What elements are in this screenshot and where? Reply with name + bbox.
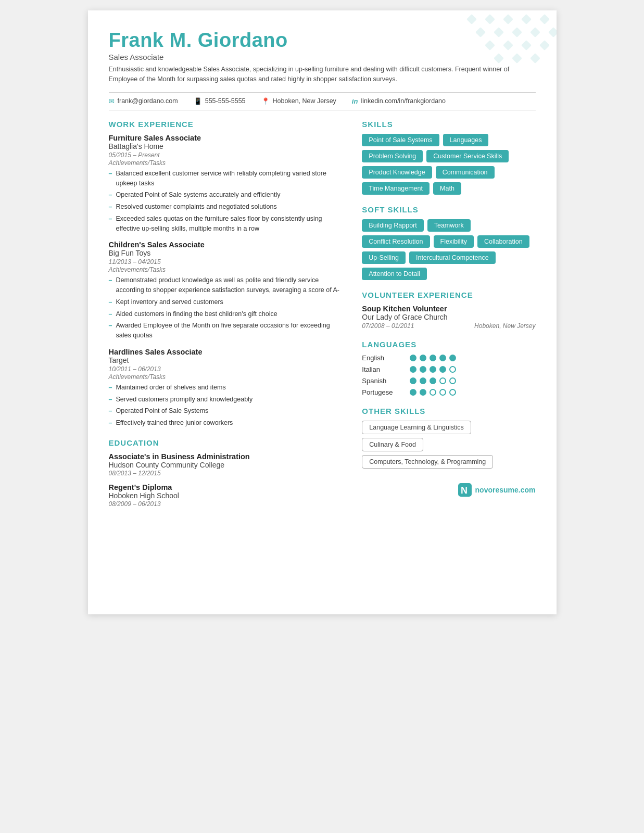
language-dots [410,389,456,396]
language-row-italian: Italian [362,365,535,373]
svg-rect-2 [503,14,513,24]
job-2-ach-label: Achievements/Tasks [109,266,344,273]
candidate-summary: Enthusiastic and knowledgeable Sales Ass… [109,65,536,85]
branding-text: novoresume.com [475,486,536,494]
other-skills-title: OTHER SKILLS [362,407,535,415]
language-dots [410,355,456,361]
job-2-dates: 11/2013 – 04/2015 [109,258,344,266]
svg-text:N: N [461,485,468,496]
dot-empty [449,389,456,396]
skills-title: SKILLS [362,120,535,129]
resume-container: Frank M. Giordano Sales Associate Enthus… [88,10,557,614]
bullet-item: Demonstrated product knowledge as well a… [109,275,344,295]
job-3: Hardlines Sales Associate Target 10/2011… [109,348,344,428]
language-name: English [362,354,403,362]
novoresume-n-icon: N [458,483,472,497]
job-1-title: Furniture Sales Associate [109,134,344,142]
language-dots [410,366,456,373]
header: Frank M. Giordano Sales Associate Enthus… [109,29,536,85]
right-column: SKILLS Point of Sale Systems Languages P… [362,120,535,514]
email-icon: ✉ [109,97,115,105]
phone-icon: 📱 [194,97,202,105]
candidate-name: Frank M. Giordano [109,29,536,52]
dot-empty [439,377,446,384]
svg-rect-13 [539,40,550,51]
dot-empty [439,389,446,396]
soft-skills-title: SOFT SKILLS [362,205,535,214]
contact-phone: 📱 555-555-5555 [194,97,246,105]
volunteer-dates: 07/2008 – 01/2011 [362,322,414,330]
dot-filled [420,389,426,396]
contact-linkedin: in linkedin.com/in/frankgiordano [352,97,446,105]
skill-tag: Communication [436,166,495,179]
dot-filled [420,377,426,384]
other-skill-tag: Language Learning & Linguistics [362,421,471,434]
job-1: Furniture Sales Associate Battaglia's Ho… [109,134,344,234]
volunteer-org: Our Lady of Grace Church [362,313,535,321]
language-dots [410,377,456,384]
skill-tag: Math [433,182,461,195]
location-icon: 📍 [261,97,270,105]
svg-rect-0 [466,14,477,24]
dot-filled [410,389,416,396]
edu-2-school: Hoboken High School [109,491,344,500]
edu-1: Associate's in Business Administration H… [109,452,344,477]
bullet-item: Operated Point of Sale Systems [109,406,344,416]
bullet-item: Served customers promptly and knowledgea… [109,395,344,405]
bullet-item: Resolved customer complaints and negotia… [109,202,344,212]
edu-2: Regent's Diploma Hoboken High School 08/… [109,483,344,508]
dot-filled [410,377,416,384]
dot-filled [439,355,446,361]
edu-2-degree: Regent's Diploma [109,483,344,491]
skill-tag: Languages [443,134,489,146]
contact-email: ✉ frank@giordano.com [109,97,178,105]
job-1-ach-label: Achievements/Tasks [109,159,344,167]
bullet-item: Effectively trained three junior coworke… [109,418,344,428]
bullet-item: Balanced excellent customer service with… [109,169,344,188]
linkedin-value: linkedin.com/in/frankgiordano [361,97,446,105]
linkedin-icon: in [352,97,358,105]
volunteer-role: Soup Kitchen Volunteer [362,305,535,313]
svg-rect-4 [539,14,550,24]
email-value: frank@giordano.com [118,97,178,105]
dot-filled [420,366,426,373]
volunteer-entry: Soup Kitchen Volunteer Our Lady of Grace… [362,305,535,330]
soft-skill-tag: Intercultural Competence [409,251,496,264]
language-row-spanish: Spanish [362,377,535,385]
job-1-company: Battaglia's Home [109,142,344,150]
dot-filled [410,366,416,373]
soft-skill-tag: Building Rapport [362,219,423,232]
bullet-item: Operated Point of Sale systems accuratel… [109,190,344,200]
bullet-item: Aided customers in finding the best chil… [109,309,344,319]
skills-tags: Point of Sale Systems Languages Problem … [362,134,535,195]
language-name: Portugese [362,388,403,396]
job-1-dates: 05/2015 – Present [109,152,344,159]
volunteer-location: Hoboken, New Jersey [474,322,535,330]
bullet-item: Kept inventory and served customers [109,297,344,307]
other-skill-tag: Culinary & Food [362,438,423,451]
language-row-portugese: Portugese [362,388,535,396]
candidate-title: Sales Associate [109,53,536,61]
skill-tag: Product Knowledge [362,166,432,179]
bullet-item: Awarded Employee of the Month on five se… [109,321,344,340]
svg-rect-3 [521,14,532,24]
edu-1-degree: Associate's in Business Administration [109,452,344,461]
soft-skill-tag: Up-Selling [362,251,406,264]
job-2-bullets: Demonstrated product knowledge as well a… [109,275,344,340]
job-3-company: Target [109,356,344,364]
branding-logo: N novoresume.com [362,483,535,497]
job-2: Children's Sales Associate Big Fun Toys … [109,241,344,340]
left-column: WORK EXPERIENCE Furniture Sales Associat… [109,120,344,514]
bullet-item: Maintained order of shelves and items [109,383,344,393]
skill-tag: Customer Service Skills [426,150,509,162]
dot-filled [430,355,436,361]
svg-rect-1 [485,14,495,24]
job-1-bullets: Balanced excellent customer service with… [109,169,344,234]
soft-skill-tag: Collaboration [477,235,529,248]
job-3-ach-label: Achievements/Tasks [109,373,344,381]
contact-location: 📍 Hoboken, New Jersey [261,97,336,105]
contact-bar: ✉ frank@giordano.com 📱 555-555-5555 📍 Ho… [109,92,536,110]
education-title: EDUCATION [109,438,344,447]
language-name: Spanish [362,377,403,385]
dot-empty [430,389,436,396]
